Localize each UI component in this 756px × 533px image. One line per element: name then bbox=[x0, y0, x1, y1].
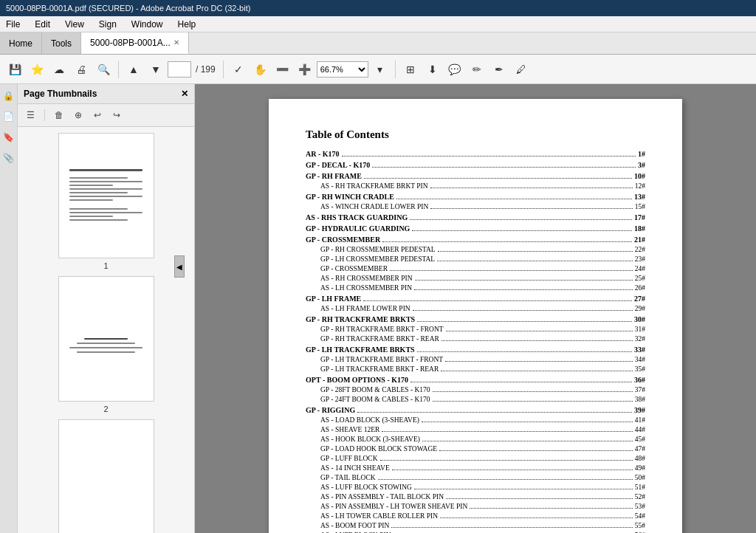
thumb-delete-btn[interactable]: 🗑 bbox=[51, 107, 67, 123]
layers-icon[interactable]: 📄 bbox=[1, 109, 16, 124]
thumbnails-panel: Page Thumbnails ✕ ☰ 🗑 ⊕ ↩ ↪ bbox=[18, 84, 195, 533]
sign-button[interactable]: 🖊 bbox=[511, 59, 532, 80]
menu-window[interactable]: Window bbox=[128, 18, 166, 31]
toc-entry: GP - CROSSMEMBER 21# bbox=[306, 235, 645, 244]
toc-entry: AS - LH TOWER CABLE ROLLER PIN 54# bbox=[306, 512, 645, 520]
scroll-mode-button[interactable]: ⬇ bbox=[422, 59, 443, 80]
title-text: 5000-08PB-0001A.pdf (SECURED) - Adobe Ac… bbox=[6, 4, 250, 13]
pan-tool-button[interactable]: ✋ bbox=[250, 59, 271, 80]
main-area: 🔒 📄 🔖 📎 Page Thumbnails ✕ ☰ 🗑 ⊕ ↩ ↪ bbox=[0, 84, 756, 533]
tab-tools-label: Tools bbox=[51, 38, 72, 49]
bookmarks-icon[interactable]: 🔖 bbox=[1, 130, 16, 145]
draw-button[interactable]: ✒ bbox=[489, 59, 509, 80]
tab-close-icon[interactable]: ✕ bbox=[173, 38, 179, 47]
thumb-view-btn[interactable]: ☰ bbox=[22, 107, 38, 123]
thumbnail-list: 1 2 bbox=[18, 127, 194, 533]
page-number-input[interactable]: 4 bbox=[168, 61, 191, 78]
find-button[interactable]: 🔍 bbox=[93, 59, 114, 80]
toc-entry: AS - LUFF BLOCK STOWING 51# bbox=[306, 484, 645, 491]
toc-entry: AS - PIN ASSEMBLY - LH TOWER SHEAVE PIN … bbox=[306, 503, 645, 510]
thumb-sep bbox=[44, 109, 45, 121]
thumb-page-1-preview bbox=[58, 133, 154, 258]
left-sidebar-icons: 🔒 📄 🔖 📎 bbox=[0, 84, 18, 533]
pdf-page: Table of Contents AR - K170 1# GP - DECA… bbox=[269, 99, 682, 533]
toc-entry: AS - RH TRACKFRAME BRKT PIN 12# bbox=[306, 182, 645, 190]
toc-entry: GP - LH TRACKFRAME BRKT - REAR 35# bbox=[306, 365, 645, 373]
zoom-in-button[interactable]: ➕ bbox=[295, 59, 315, 80]
highlight-button[interactable]: ✏ bbox=[467, 59, 487, 80]
zoom-select[interactable]: 66.7% 50% 75% 100% 125% 150% bbox=[317, 61, 368, 78]
toc-entry: GP - TAIL BLOCK 50# bbox=[306, 474, 645, 481]
toc-entry: GP - LH TRACKFRAME BRKT - FRONT 34# bbox=[306, 356, 645, 363]
toc-entry: AS - PIN ASSEMBLY - TAIL BLOCK PIN 52# bbox=[306, 493, 645, 501]
toc-entry: GP - DECAL - K170 3# bbox=[306, 161, 645, 169]
toc-entry: GP - CROSSMEMBER 24# bbox=[306, 265, 645, 272]
toc-entry: AR - K170 1# bbox=[306, 150, 645, 158]
bookmark-button[interactable]: ⭐ bbox=[27, 59, 47, 80]
thumb-page-2-preview bbox=[58, 276, 154, 402]
page-display-button[interactable]: ⊞ bbox=[400, 59, 421, 80]
prev-page-button[interactable]: ▲ bbox=[123, 59, 144, 80]
zoom-out-button[interactable]: ➖ bbox=[272, 59, 293, 80]
separator-3 bbox=[395, 61, 396, 78]
thumb-page-2[interactable]: 2 bbox=[24, 276, 188, 413]
thumb-redo-btn[interactable]: ↪ bbox=[109, 107, 125, 123]
toc-entry: GP - LH TRACKFRAME BRKTS 33# bbox=[306, 345, 645, 354]
toc-entries: AR - K170 1# GP - DECAL - K170 3# GP - R… bbox=[306, 150, 645, 533]
menu-edit[interactable]: Edit bbox=[32, 18, 53, 31]
menu-view[interactable]: View bbox=[62, 18, 87, 31]
panel-collapse-button[interactable]: ◀ bbox=[174, 255, 185, 278]
toc-entry: AS - RHS TRACK GUARDING 17# bbox=[306, 213, 645, 221]
toc-entry: AS - LH CROSSMEMBER PIN 26# bbox=[306, 284, 645, 292]
thumb-undo-btn[interactable]: ↩ bbox=[89, 107, 106, 123]
comment-button[interactable]: 💬 bbox=[444, 59, 465, 80]
zoom-dropdown-icon[interactable]: ▾ bbox=[370, 59, 391, 80]
toc-entry: AS - BOOM FOOT PIN 55# bbox=[306, 522, 645, 529]
thumbnails-close-icon[interactable]: ✕ bbox=[181, 89, 188, 99]
toc-entry: GP - RH TRACKFRAME BRKTS 30# bbox=[306, 315, 645, 323]
toc-title: Table of Contents bbox=[306, 128, 645, 141]
tab-tools[interactable]: Tools bbox=[42, 32, 81, 54]
toc-entry: GP - LOAD HOOK BLOCK STOWAGE 47# bbox=[306, 445, 645, 453]
upload-button[interactable]: ☁ bbox=[49, 59, 69, 80]
print-button[interactable]: 🖨 bbox=[71, 59, 92, 80]
toc-entry: GP - 24FT BOOM & CABLES - K170 38# bbox=[306, 396, 645, 403]
save-button[interactable]: 💾 bbox=[4, 59, 25, 80]
attachments-icon[interactable]: 📎 bbox=[1, 151, 16, 165]
toc-entry: GP - RIGGING 39# bbox=[306, 406, 645, 414]
tab-document[interactable]: 5000-08PB-0001A... ✕ bbox=[81, 32, 189, 54]
toc-entry: GP - LH CROSSMEMBER PEDESTAL 23# bbox=[306, 255, 645, 263]
select-tool-button[interactable]: ✓ bbox=[228, 59, 249, 80]
thumb-page-3[interactable]: 3 bbox=[24, 419, 188, 533]
toc-entry: GP - RH TRACKFRAME BRKT - FRONT 31# bbox=[306, 326, 645, 333]
thumb-page-1[interactable]: 1 bbox=[24, 133, 188, 270]
tab-home-label: Home bbox=[9, 38, 32, 49]
toc-entry: GP - RH TRACKFRAME BRKT - REAR 32# bbox=[306, 335, 645, 343]
tab-home[interactable]: Home bbox=[0, 32, 42, 54]
menu-file[interactable]: File bbox=[3, 18, 23, 31]
next-page-button[interactable]: ▼ bbox=[145, 59, 166, 80]
toc-entry: AS - HOOK BLOCK (3-SHEAVE) 45# bbox=[306, 436, 645, 443]
thumb-page-2-label: 2 bbox=[103, 405, 108, 413]
tab-document-label: 5000-08PB-0001A... bbox=[90, 38, 171, 48]
thumbnails-title: Page Thumbnails bbox=[24, 89, 97, 99]
menu-sign[interactable]: Sign bbox=[96, 18, 120, 31]
thumb-page-3-preview bbox=[58, 419, 154, 533]
menu-bar: File Edit View Sign Window Help bbox=[0, 16, 756, 32]
lock-icon[interactable]: 🔒 bbox=[1, 89, 16, 103]
toc-entry: AS - LH FRAME LOWER PIN 29# bbox=[306, 305, 645, 312]
pdf-content-area: Table of Contents AR - K170 1# GP - DECA… bbox=[195, 84, 756, 533]
tab-bar: Home Tools 5000-08PB-0001A... ✕ bbox=[0, 32, 756, 55]
thumb-embed-btn[interactable]: ⊕ bbox=[70, 107, 86, 123]
thumbnails-header: Page Thumbnails ✕ bbox=[18, 84, 194, 104]
toc-entry: GP - RH FRAME 10# bbox=[306, 172, 645, 180]
page-total: / 199 bbox=[196, 64, 216, 75]
menu-help[interactable]: Help bbox=[175, 18, 199, 31]
toolbar: 💾 ⭐ ☁ 🖨 🔍 ▲ ▼ 4 / 199 ✓ ✋ ➖ ➕ 66.7% 50% … bbox=[0, 55, 756, 84]
toc-entry: OPT - BOOM OPTIONS - K170 36# bbox=[306, 376, 645, 384]
toc-entry: GP - LUFF BLOCK 48# bbox=[306, 455, 645, 462]
thumb-page-1-label: 1 bbox=[103, 261, 108, 270]
toc-entry: AS - 14 INCH SHEAVE 49# bbox=[306, 464, 645, 472]
toc-entry: GP - LH FRAME 27# bbox=[306, 295, 645, 303]
separator-2 bbox=[223, 61, 224, 78]
